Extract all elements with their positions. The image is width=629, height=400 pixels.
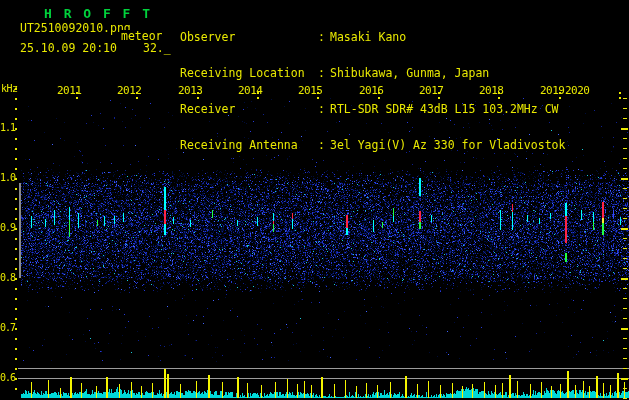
echo-counter: 32._ bbox=[143, 42, 171, 54]
time-tick-label: 2020 bbox=[565, 84, 590, 97]
time-tick-label: 2016 bbox=[359, 84, 384, 97]
time-tick-label: 2017 bbox=[419, 84, 444, 97]
freq-tick-label: 1.1 bbox=[0, 122, 17, 133]
info-label: Receiving Location bbox=[180, 67, 318, 79]
info-value: RTL-SDR SDR# 43dB L15 103.2MHz CW bbox=[330, 102, 558, 116]
output-filename: UT2510092010.png bbox=[20, 22, 131, 34]
datetime-label: 25.10.09 20:10 bbox=[20, 42, 117, 54]
info-separator: : bbox=[318, 103, 330, 115]
info-row-observer: Observer:Masaki Kano bbox=[180, 31, 565, 43]
info-separator: : bbox=[318, 31, 330, 43]
freq-axis-unit: kHz bbox=[1, 83, 18, 95]
time-tick-label: 2015 bbox=[298, 84, 323, 97]
time-tick-label: 2018 bbox=[479, 84, 504, 97]
info-row-receiver: Receiver:RTL-SDR SDR# 43dB L15 103.2MHz … bbox=[180, 103, 565, 115]
time-tick-label: 2012 bbox=[117, 84, 142, 97]
time-tick-label: 2014 bbox=[238, 84, 263, 97]
freq-tick-label: 0.9 bbox=[0, 222, 17, 233]
info-label: Receiving Antenna bbox=[180, 139, 318, 151]
app-title: H R O F F T bbox=[44, 6, 152, 21]
freq-tick-label: 0.8 bbox=[0, 272, 17, 283]
freq-tick-label: 0.7 bbox=[0, 322, 17, 333]
echo-count-value: 32. bbox=[143, 41, 164, 55]
info-value: Shibukawa, Gunma, Japan bbox=[330, 66, 489, 80]
info-label: Receiver bbox=[180, 103, 318, 115]
info-row-location: Receiving Location:Shibukawa, Gunma, Jap… bbox=[180, 67, 565, 79]
info-value: Masaki Kano bbox=[330, 30, 406, 44]
freq-tick-label: 0.6 bbox=[0, 372, 17, 383]
hrofft-window: H R O F F T UT2510092010.png meteor 25.1… bbox=[0, 0, 629, 400]
info-value: 3el Yagi(V) Az 330 for Vladivostok bbox=[330, 138, 565, 152]
text-cursor: _ bbox=[164, 41, 171, 55]
time-tick-label: 2019 bbox=[540, 84, 565, 97]
info-row-antenna: Receiving Antenna:3el Yagi(V) Az 330 for… bbox=[180, 139, 565, 151]
info-separator: : bbox=[318, 67, 330, 79]
freq-tick-label: 1.0 bbox=[0, 172, 17, 183]
info-separator: : bbox=[318, 139, 330, 151]
time-tick-label: 2011 bbox=[57, 84, 82, 97]
time-tick-label: 2013 bbox=[178, 84, 203, 97]
info-label: Observer bbox=[180, 31, 318, 43]
